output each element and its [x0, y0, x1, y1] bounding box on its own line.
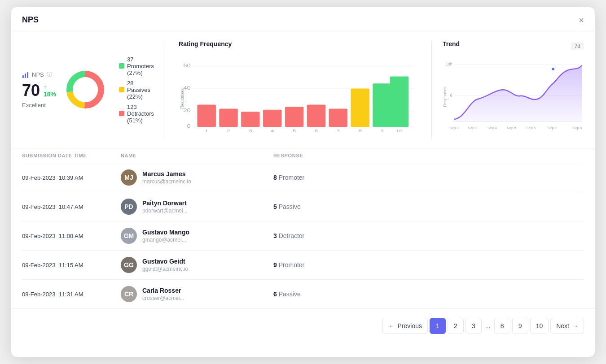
bar-chart-icon: [22, 71, 29, 78]
close-button[interactable]: ×: [579, 16, 584, 25]
svg-rect-34: [390, 77, 408, 127]
svg-text:5: 5: [293, 129, 296, 133]
svg-text:Sep 3: Sep 3: [468, 126, 478, 130]
table-header: SUBMISSION DATE TIME NAME RESPONSE: [22, 148, 584, 163]
cell-name-area: GG Gustavo Geidt ggeidt@acmeinc.io: [121, 257, 273, 273]
nps-status: Excellent: [22, 102, 56, 108]
svg-rect-28: [329, 109, 347, 127]
svg-text:Sep 8: Sep 8: [573, 126, 582, 130]
cell-response: 6 Passive: [273, 290, 584, 298]
passives-label: 28 Passives (22%): [127, 80, 154, 100]
response-number: 8: [273, 174, 277, 181]
svg-text:60: 60: [183, 63, 190, 68]
svg-text:4: 4: [271, 129, 274, 133]
svg-text:1: 1: [205, 129, 208, 133]
nps-score-value: 70: [22, 81, 40, 100]
person-name: Gustavo Geidt: [142, 258, 188, 265]
arrow-left-icon: ←: [388, 322, 395, 329]
col-name: NAME: [121, 153, 273, 158]
rating-frequency-title: Rating Frequency: [179, 40, 418, 48]
svg-text:Sep 2: Sep 2: [449, 126, 459, 130]
passives-dot: [119, 87, 124, 92]
avatar: CR: [121, 286, 137, 302]
svg-text:18h: 18h: [446, 62, 452, 66]
detractors-dot: [119, 111, 124, 116]
legend-passives: 28 Passives (22%): [119, 80, 154, 100]
person-name: Paityn Dorwart: [142, 199, 188, 207]
page-9-button[interactable]: 9: [512, 318, 528, 334]
page-10-button[interactable]: 10: [530, 318, 549, 334]
table-body: 09-Feb-2023 10:39 AM MJ Marcus James mar…: [22, 163, 584, 308]
svg-text:Responses: Responses: [179, 88, 185, 108]
page-8-button[interactable]: 8: [494, 318, 510, 334]
avatar: MJ: [121, 169, 137, 186]
svg-text:2: 2: [227, 129, 230, 133]
col-date: SUBMISSION DATE TIME: [22, 153, 121, 158]
pagination: ← Previous 1 2 3 ... 8 9 10 Next →: [382, 318, 584, 334]
trend-svg: 18h 0 Responses: [443, 56, 584, 137]
cell-name-area: MJ Marcus James marcus@acmeinc.io: [121, 169, 273, 186]
avatar: PD: [121, 199, 137, 215]
page-1-button[interactable]: 1: [430, 318, 446, 334]
table-row: 09-Feb-2023 11:08 AM GM Gustavo Mango gm…: [22, 221, 584, 251]
table-section: SUBMISSION DATE TIME NAME RESPONSE 09-Fe…: [11, 148, 595, 308]
page-2-button[interactable]: 2: [448, 318, 464, 334]
svg-text:Sep 4: Sep 4: [487, 126, 497, 130]
col-response: RESPONSE: [273, 153, 584, 158]
name-email: Gustavo Geidt ggeidt@acmeinc.io: [142, 258, 188, 272]
person-email: gmango@acmei...: [142, 237, 189, 243]
avatar: GM: [121, 228, 137, 244]
cell-datetime: 09-Feb-2023 10:47 AM: [22, 204, 121, 210]
svg-point-6: [73, 77, 98, 102]
person-email: ggeidt@acmeinc.io: [142, 266, 188, 272]
stats-section: NPS ⓘ 70 ↑ 18% Excellent: [11, 31, 595, 148]
svg-rect-18: [219, 109, 237, 127]
modal-header: NPS ×: [11, 7, 595, 31]
svg-rect-2: [27, 72, 28, 78]
cell-response: 9 Promoter: [273, 261, 584, 269]
cell-datetime: 09-Feb-2023 11:31 AM: [22, 291, 121, 298]
cell-datetime: 09-Feb-2023 10:39 AM: [22, 174, 121, 181]
svg-point-42: [551, 67, 555, 71]
svg-text:6: 6: [315, 129, 318, 133]
cell-datetime: 09-Feb-2023 11:08 AM: [22, 233, 121, 239]
name-email: Marcus James marcus@acmeinc.io: [142, 170, 191, 185]
person-name: Gustavo Mango: [142, 229, 189, 236]
next-button[interactable]: Next →: [550, 318, 584, 334]
svg-rect-20: [241, 112, 259, 127]
person-email: marcus@acmeinc.io: [142, 178, 191, 185]
cell-name-area: GM Gustavo Mango gmango@acmei...: [121, 228, 273, 244]
svg-text:7: 7: [337, 129, 340, 133]
svg-text:10: 10: [396, 129, 403, 133]
page-3-button[interactable]: 3: [465, 318, 482, 334]
person-email: pdorwart@acmei...: [142, 208, 188, 214]
response-type: Passive: [279, 290, 301, 298]
info-icon: ⓘ: [47, 71, 52, 78]
svg-text:8: 8: [358, 129, 361, 133]
svg-rect-32: [373, 83, 391, 127]
donut-chart: [65, 69, 105, 110]
nps-label: NPS: [32, 71, 44, 78]
table-row: 09-Feb-2023 10:39 AM MJ Marcus James mar…: [22, 163, 584, 192]
modal-title: NPS: [22, 15, 39, 25]
person-name: Carla Rosser: [142, 287, 184, 294]
response-number: 3: [273, 232, 277, 239]
arrow-right-icon: →: [572, 322, 578, 329]
cell-name-area: PD Paityn Dorwart pdorwart@acmei...: [121, 199, 273, 215]
pagination-area: ← Previous 1 2 3 ... 8 9 10 Next →: [11, 308, 595, 343]
response-type: Passive: [279, 203, 301, 210]
previous-button[interactable]: ← Previous: [382, 318, 427, 334]
cell-response: 3 Detractor: [273, 232, 584, 239]
avatar: GG: [121, 257, 137, 273]
name-email: Carla Rosser crosser@acmei...: [142, 287, 184, 301]
trend-block: Trend 7d 18h 0 Responses: [431, 40, 584, 139]
svg-rect-0: [22, 75, 24, 78]
legend-promoters: 37 Promoters (27%): [119, 56, 154, 76]
svg-text:Responses: Responses: [443, 87, 447, 107]
nps-block: NPS ⓘ 70 ↑ 18% Excellent: [22, 40, 165, 139]
rating-frequency-block: Rating Frequency 60 40 20 0 Responses: [165, 40, 431, 139]
svg-text:3: 3: [249, 129, 252, 133]
svg-rect-26: [307, 105, 325, 127]
trend-period: 7d: [571, 42, 584, 50]
svg-rect-1: [25, 74, 26, 78]
